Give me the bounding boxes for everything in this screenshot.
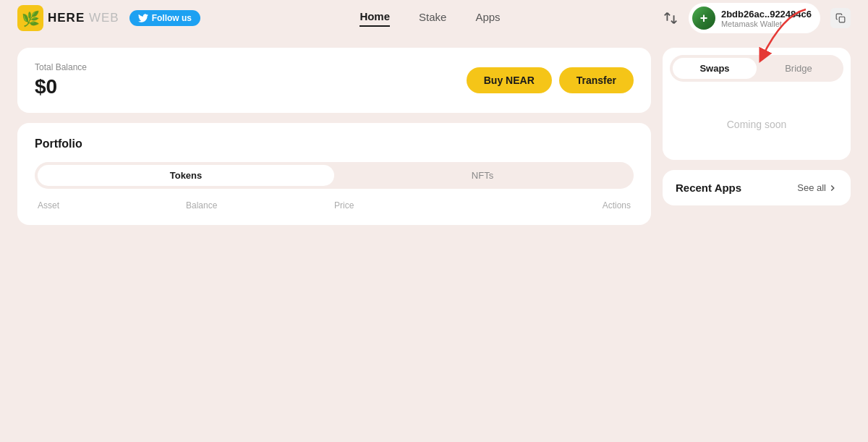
col-asset: Asset — [38, 200, 186, 211]
right-panel: Swaps Bridge Coming soon Recent Apps See… — [663, 48, 851, 225]
swap-icon-button[interactable] — [660, 7, 681, 29]
balance-card: Total Balance $0 Buy NEAR Transfer — [17, 48, 651, 113]
col-balance: Balance — [186, 200, 334, 211]
main-content: Total Balance $0 Buy NEAR Transfer Portf… — [0, 36, 868, 237]
portfolio-tabs: Tokens NFTs — [35, 162, 634, 189]
chevron-right-icon — [827, 183, 838, 193]
balance-label: Total Balance — [35, 62, 87, 72]
swaps-bridge-card: Swaps Bridge Coming soon — [663, 48, 851, 160]
twitter-icon — [138, 14, 148, 22]
wallet-details: 2bdb26ac..922484c6 Metamask Wallet — [721, 9, 812, 28]
balance-info: Total Balance $0 — [35, 62, 87, 98]
see-all-label: See all — [797, 182, 826, 193]
portfolio-card: Portfolio Tokens NFTs Asset Balance Pric… — [17, 123, 651, 225]
tab-tokens[interactable]: Tokens — [38, 165, 334, 186]
balance-actions: Buy NEAR Transfer — [467, 67, 634, 93]
twitter-label: Follow us — [152, 13, 192, 23]
table-header: Asset Balance Price Actions — [35, 200, 634, 211]
tab-bridge[interactable]: Bridge — [757, 58, 841, 79]
wallet-type: Metamask Wallet — [721, 20, 812, 28]
swaps-bridge-tabs: Swaps Bridge — [670, 55, 843, 82]
svg-rect-2 — [839, 17, 845, 22]
avatar: + — [692, 7, 715, 30]
main-nav: Home Stake Apps — [359, 10, 500, 27]
copy-address-button[interactable] — [830, 8, 851, 28]
balance-amount: $0 — [35, 75, 87, 98]
recent-apps-card: Recent Apps See all — [663, 170, 851, 205]
left-panel: Total Balance $0 Buy NEAR Transfer Portf… — [17, 48, 651, 225]
buy-near-button[interactable]: Buy NEAR — [467, 67, 552, 93]
header: 🌿 HERE WEB Follow us Home Stake Apps — [0, 0, 868, 36]
nav-item-stake[interactable]: Stake — [419, 11, 446, 26]
see-all-button[interactable]: See all — [797, 182, 838, 193]
wallet-info: + 2bdb26ac..922484c6 Metamask Wallet — [689, 3, 820, 33]
col-actions: Actions — [482, 200, 631, 211]
coming-soon-text: Coming soon — [727, 119, 787, 130]
twitter-follow-button[interactable]: Follow us — [129, 10, 200, 26]
logo: 🌿 HERE WEB — [17, 5, 119, 31]
copy-icon — [835, 13, 846, 23]
logo-icon: 🌿 — [17, 5, 43, 31]
tab-nfts[interactable]: NFTs — [334, 165, 631, 186]
coming-soon-area: Coming soon — [663, 89, 851, 160]
header-right: + 2bdb26ac..922484c6 Metamask Wallet — [660, 3, 851, 33]
header-left: 🌿 HERE WEB Follow us — [17, 5, 200, 31]
nav-item-apps[interactable]: Apps — [475, 11, 500, 26]
wallet-address: 2bdb26ac..922484c6 — [721, 9, 812, 20]
col-price: Price — [334, 200, 482, 211]
logo-text: HERE WEB — [48, 11, 119, 25]
recent-apps-title: Recent Apps — [676, 182, 741, 194]
transfer-button[interactable]: Transfer — [559, 67, 634, 93]
tab-swaps[interactable]: Swaps — [673, 58, 757, 79]
portfolio-title: Portfolio — [35, 137, 634, 150]
svg-text:🌿: 🌿 — [22, 10, 40, 27]
swap-icon — [663, 10, 678, 26]
nav-item-home[interactable]: Home — [359, 10, 390, 27]
